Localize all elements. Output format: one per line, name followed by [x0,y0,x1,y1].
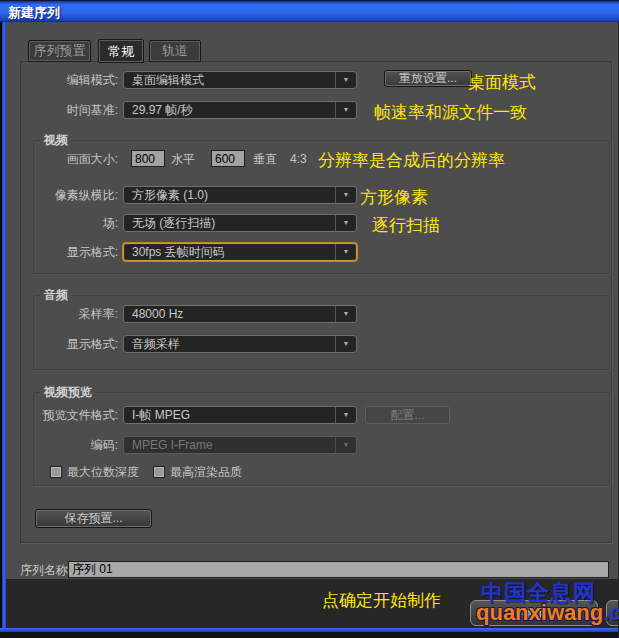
pixel-aspect-label: 像素纵横比: [23,186,118,204]
chevron-down-icon: ▼ [335,407,356,423]
tab-tracks[interactable]: 轨道 [149,40,201,62]
chevron-down-icon: ▼ [335,437,356,453]
fields-value: 无场 (逐行扫描) [132,216,215,230]
audio-group-label: 音频 [40,288,72,302]
chevron-down-icon: ▼ [335,215,356,231]
video-preview-group-label: 视频预览 [40,385,96,399]
sample-rate-value: 48000 Hz [132,307,183,321]
frame-height-input[interactable] [211,150,245,167]
video-display-format-label: 显示格式: [23,243,118,261]
frame-size-label: 画面大小: [23,150,118,168]
preview-file-format-value: I-帧 MPEG [132,408,190,422]
max-render-quality-checkbox[interactable] [153,466,165,478]
frame-width-input[interactable] [131,150,165,167]
annotation-frame-rate: 帧速率和源文件一致 [374,101,527,124]
preview-file-format-label: 预览文件格式: [23,406,118,424]
chevron-down-icon: ▼ [335,102,356,118]
codec-dropdown: MPEG I-Frame ▼ [123,436,357,454]
pixel-aspect-dropdown[interactable]: 方形像素 (1.0) ▼ [123,186,357,204]
save-preset-button[interactable]: 保存预置... [35,509,152,528]
timebase-value: 29.97 帧/秒 [132,103,193,117]
watermark-url-name: quanxiwang [476,600,603,625]
annotation-resolution: 分辨率是合成后的分辨率 [318,149,505,172]
fields-dropdown[interactable]: 无场 (逐行扫描) ▼ [123,214,357,232]
configure-button: 配置... [365,406,450,424]
window-border-left [2,22,6,628]
edit-mode-label: 编辑模式: [23,71,118,89]
edit-mode-dropdown[interactable]: 桌面编辑模式 ▼ [123,71,357,89]
fields-label: 场: [23,214,118,232]
video-group-label: 视频 [40,133,72,147]
chevron-down-icon: ▼ [335,306,356,322]
window-edge-bottom [0,632,619,638]
title-bar[interactable]: 新建序列 [0,0,619,22]
vertical-label: 垂直 [253,150,277,168]
audio-display-format-dropdown[interactable]: 音频采样 ▼ [123,335,357,353]
chevron-down-icon: ▼ [335,244,356,260]
watermark-url: quanxiwang.com [476,600,619,626]
playback-settings-button[interactable]: 重放设置... [384,70,472,87]
tab-sequence-presets[interactable]: 序列预置 [28,40,91,62]
max-render-quality-label: 最高渲染品质 [170,464,242,481]
aspect-ratio-value: 4:3 [290,150,307,168]
new-sequence-dialog: 新建序列 序列预置 常规 轨道 编辑模式: 桌面编辑模式 ▼ 重放设置... 桌… [0,0,619,638]
codec-label: 编码: [23,436,118,454]
chevron-down-icon: ▼ [335,187,356,203]
sample-rate-dropdown[interactable]: 48000 Hz ▼ [123,305,357,323]
audio-display-format-value: 音频采样 [132,337,180,351]
dialog-title: 新建序列 [8,4,60,22]
preview-file-format-dropdown[interactable]: I-帧 MPEG ▼ [123,406,357,424]
tab-general[interactable]: 常规 [98,39,144,63]
horizontal-label: 水平 [171,150,195,168]
max-bit-depth-checkbox[interactable] [50,466,62,478]
annotation-square-pixels: 方形像素 [360,186,428,209]
sequence-name-label: 序列名称: [20,561,71,579]
annotation-click-ok: 点确定开始制作 [322,589,441,612]
pixel-aspect-value: 方形像素 (1.0) [132,188,208,202]
sequence-name-input[interactable] [68,561,609,578]
timebase-dropdown[interactable]: 29.97 帧/秒 ▼ [123,101,357,119]
codec-value: MPEG I-Frame [132,438,213,452]
watermark-url-tld: .com [603,600,619,625]
chevron-down-icon: ▼ [335,336,356,352]
edit-mode-value: 桌面编辑模式 [132,73,204,87]
max-bit-depth-label: 最大位数深度 [67,464,139,481]
annotation-progressive: 逐行扫描 [372,214,440,237]
video-display-format-value: 30fps 丢帧时间码 [132,245,225,259]
sample-rate-label: 采样率: [23,305,118,323]
chevron-down-icon: ▼ [335,72,356,88]
video-display-format-dropdown[interactable]: 30fps 丢帧时间码 ▼ [123,243,357,261]
annotation-desktop-mode: 桌面模式 [468,71,536,94]
timebase-label: 时间基准: [23,101,118,119]
audio-display-format-label: 显示格式: [23,335,118,353]
